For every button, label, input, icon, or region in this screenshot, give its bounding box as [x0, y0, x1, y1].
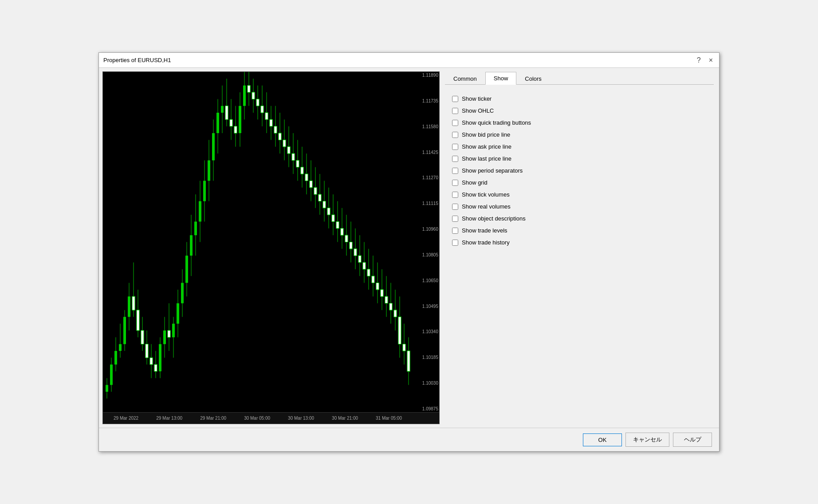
- option-item-show_ohlc[interactable]: Show OHLC: [452, 107, 707, 114]
- x-axis-label: 31 Mar 05:00: [376, 416, 402, 421]
- price-label: 1.11270: [413, 175, 438, 180]
- price-label: 1.11580: [413, 124, 438, 129]
- dialog-body: 1.118901.117351.115801.114251.112701.111…: [99, 68, 719, 428]
- x-axis-label: 29 Mar 21:00: [200, 416, 226, 421]
- tabs: Common Show Colors: [445, 71, 714, 85]
- option-item-show_ticker[interactable]: Show ticker: [452, 95, 707, 102]
- checkbox-show_object_desc[interactable]: [452, 216, 458, 222]
- price-label: 1.10650: [413, 278, 438, 283]
- help-footer-button[interactable]: ヘルプ: [673, 433, 712, 447]
- checkbox-show_trade_history[interactable]: [452, 240, 458, 246]
- price-label: 1.11735: [413, 98, 438, 103]
- checkbox-show_ohlc[interactable]: [452, 108, 458, 114]
- x-labels: 29 Mar 202229 Mar 13:0029 Mar 21:0030 Ma…: [103, 416, 413, 421]
- label-show_last_price: Show last price line: [462, 155, 511, 162]
- x-axis-label: 30 Mar 13:00: [288, 416, 314, 421]
- option-item-show_grid[interactable]: Show grid: [452, 179, 707, 186]
- candlestick-chart: [103, 72, 413, 412]
- label-show_trade_levels: Show trade levels: [462, 227, 507, 234]
- checkbox-show_trade_levels[interactable]: [452, 228, 458, 234]
- price-label: 1.11425: [413, 150, 438, 155]
- checkbox-show_real_volumes[interactable]: [452, 204, 458, 210]
- label-show_real_volumes: Show real volumes: [462, 203, 511, 210]
- candle-area: [103, 72, 413, 412]
- x-axis-label: 29 Mar 13:00: [156, 416, 182, 421]
- options-list: Show tickerShow OHLCShow quick trading b…: [445, 92, 714, 249]
- option-item-show_period_sep[interactable]: Show period separators: [452, 167, 707, 174]
- option-item-show_trade_levels[interactable]: Show trade levels: [452, 227, 707, 234]
- checkbox-show_ticker[interactable]: [452, 96, 458, 102]
- label-show_ask_price: Show ask price line: [462, 143, 511, 150]
- close-button[interactable]: ×: [707, 57, 715, 64]
- option-item-show_tick_volumes[interactable]: Show tick volumes: [452, 191, 707, 198]
- title-controls: ? ×: [695, 57, 715, 64]
- label-show_trade_history: Show trade history: [462, 239, 510, 246]
- x-axis: 29 Mar 202229 Mar 13:0029 Mar 21:0030 Ma…: [103, 412, 439, 424]
- label-show_tick_volumes: Show tick volumes: [462, 191, 510, 198]
- price-axis: 1.118901.117351.115801.114251.112701.111…: [413, 72, 439, 412]
- price-label: 1.09875: [413, 406, 438, 411]
- label-show_bid_price: Show bid price line: [462, 131, 510, 138]
- label-show_grid: Show grid: [462, 179, 488, 186]
- label-show_ticker: Show ticker: [462, 95, 492, 102]
- cancel-button[interactable]: キャンセル: [625, 433, 669, 447]
- price-label: 1.10495: [413, 304, 438, 309]
- checkbox-show_tick_volumes[interactable]: [452, 192, 458, 198]
- chart-inner: 1.118901.117351.115801.114251.112701.111…: [102, 71, 440, 424]
- option-item-show_bid_price[interactable]: Show bid price line: [452, 131, 707, 138]
- price-label: 1.11890: [413, 73, 438, 78]
- checkbox-show_last_price[interactable]: [452, 156, 458, 162]
- price-label: 1.10340: [413, 329, 438, 334]
- price-label: 1.10185: [413, 355, 438, 360]
- ok-button[interactable]: OK: [583, 433, 622, 446]
- properties-dialog: Properties of EURUSD,H1 ? × 1.118901.117…: [98, 52, 720, 452]
- label-show_quick_trading: Show quick trading buttons: [462, 119, 531, 126]
- title-bar: Properties of EURUSD,H1 ? ×: [99, 53, 719, 68]
- option-item-show_trade_history[interactable]: Show trade history: [452, 239, 707, 246]
- help-button[interactable]: ?: [695, 57, 703, 64]
- option-item-show_last_price[interactable]: Show last price line: [452, 155, 707, 162]
- label-show_ohlc: Show OHLC: [462, 107, 494, 114]
- x-axis-label: 30 Mar 05:00: [244, 416, 270, 421]
- checkbox-show_period_sep[interactable]: [452, 168, 458, 174]
- chart-panel: 1.118901.117351.115801.114251.112701.111…: [102, 71, 440, 424]
- price-label: 1.10030: [413, 381, 438, 386]
- option-item-show_object_desc[interactable]: Show object descriptions: [452, 215, 707, 222]
- checkbox-show_grid[interactable]: [452, 180, 458, 186]
- checkbox-show_bid_price[interactable]: [452, 132, 458, 138]
- checkbox-show_ask_price[interactable]: [452, 144, 458, 150]
- label-show_period_sep: Show period separators: [462, 167, 523, 174]
- option-item-show_real_volumes[interactable]: Show real volumes: [452, 203, 707, 210]
- dialog-footer: OK キャンセル ヘルプ: [99, 428, 719, 451]
- price-label: 1.11115: [413, 201, 438, 206]
- tab-colors[interactable]: Colors: [516, 72, 550, 85]
- dialog-title: Properties of EURUSD,H1: [103, 57, 171, 63]
- x-axis-label: 30 Mar 21:00: [332, 416, 358, 421]
- option-item-show_quick_trading[interactable]: Show quick trading buttons: [452, 119, 707, 126]
- tab-show[interactable]: Show: [485, 72, 517, 85]
- tab-common[interactable]: Common: [445, 72, 485, 85]
- x-axis-label: 29 Mar 2022: [114, 416, 138, 421]
- checkbox-show_quick_trading[interactable]: [452, 120, 458, 126]
- price-label: 1.10960: [413, 227, 438, 232]
- option-item-show_ask_price[interactable]: Show ask price line: [452, 143, 707, 150]
- label-show_object_desc: Show object descriptions: [462, 215, 526, 222]
- right-panel: Common Show Colors Show tickerShow OHLCS…: [440, 68, 719, 428]
- price-label: 1.10805: [413, 252, 438, 257]
